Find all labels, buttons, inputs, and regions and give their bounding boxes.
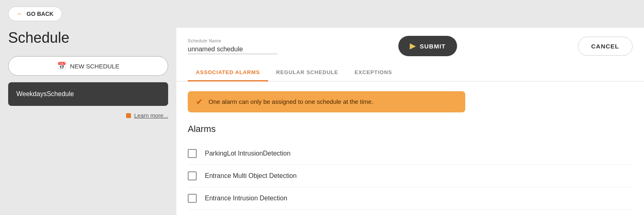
cancel-button[interactable]: CANCEL (578, 37, 633, 56)
alarm-checkbox-2[interactable] (188, 194, 197, 203)
new-schedule-button[interactable]: 📅 NEW SCHEDULE (8, 56, 168, 76)
schedule-item-name: WeekdaysSchedule (16, 90, 74, 97)
new-schedule-label: NEW SCHEDULE (70, 63, 120, 70)
content-panel: Schedule Name ▶ SUBMIT CANCEL ASSOCIATED… (176, 28, 644, 215)
alarm-list: ParkingLot IntrusionDetection Entrance M… (188, 143, 633, 210)
alert-message: One alarm can only be assigned to one sc… (209, 98, 373, 105)
learn-more-label: Learn more... (134, 112, 168, 119)
arrow-left-icon: ← (17, 10, 23, 18)
alert-banner: ✔ One alarm can only be assigned to one … (188, 91, 465, 112)
schedule-name-section: Schedule Name (188, 38, 278, 54)
content-body: ✔ One alarm can only be assigned to one … (176, 81, 644, 215)
send-icon: ▶ (410, 42, 416, 50)
alarm-checkbox-1[interactable] (188, 171, 197, 180)
main-layout: Schedule 📅 NEW SCHEDULE WeekdaysSchedule… (0, 28, 644, 215)
alert-icon: ✔ (196, 97, 203, 107)
tabs-bar: ASSOCIATED ALARMS REGULAR SCHEDULE EXCEP… (176, 64, 644, 81)
list-item: Entrance Intrusion Detection (188, 187, 633, 210)
calendar-icon: 📅 (57, 61, 66, 70)
top-bar: ← GO BACK (0, 0, 644, 28)
schedule-name-label: Schedule Name (188, 38, 278, 43)
content-header: Schedule Name ▶ SUBMIT CANCEL (176, 28, 644, 56)
header-right: CANCEL (578, 37, 633, 56)
list-item: Entrance Multi Object Detection (188, 165, 633, 187)
alarm-checkbox-0[interactable] (188, 149, 197, 158)
go-back-button[interactable]: ← GO BACK (8, 7, 62, 21)
schedule-name-input[interactable] (188, 45, 278, 54)
sidebar: Schedule 📅 NEW SCHEDULE WeekdaysSchedule… (0, 28, 176, 215)
sidebar-item-weekdays-schedule[interactable]: WeekdaysSchedule (8, 82, 168, 106)
submit-label: SUBMIT (420, 43, 446, 50)
orange-square-icon (126, 113, 131, 118)
list-item: ParkingLot IntrusionDetection (188, 143, 633, 165)
tab-associated-alarms[interactable]: ASSOCIATED ALARMS (188, 64, 268, 81)
submit-button[interactable]: ▶ SUBMIT (398, 36, 457, 56)
tab-exceptions[interactable]: EXCEPTIONS (346, 64, 400, 81)
tab-regular-schedule[interactable]: REGULAR SCHEDULE (268, 64, 346, 81)
learn-more-link[interactable]: Learn more... (8, 112, 168, 119)
alarm-label-2: Entrance Intrusion Detection (205, 195, 287, 202)
alarms-section-title: Alarms (188, 124, 633, 134)
alarm-label-1: Entrance Multi Object Detection (205, 172, 297, 180)
go-back-label: GO BACK (27, 11, 53, 17)
page-title: Schedule (8, 28, 168, 50)
alarm-label-0: ParkingLot IntrusionDetection (205, 150, 291, 157)
